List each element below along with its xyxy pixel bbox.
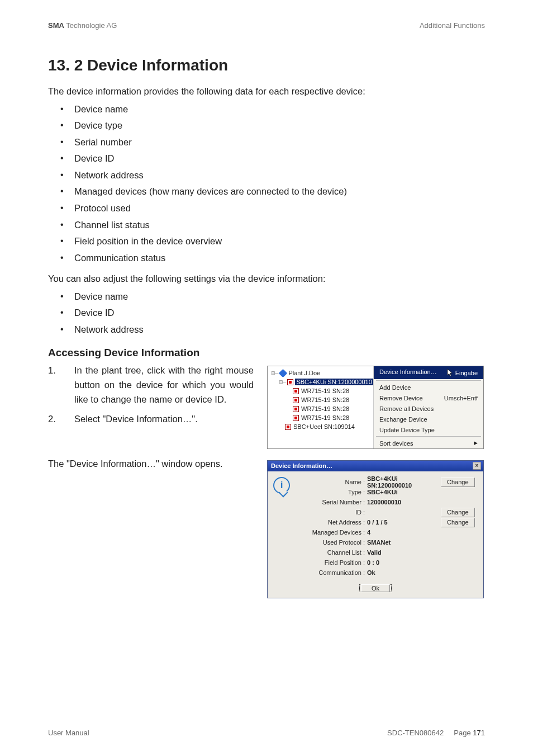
list-item: Serial number	[48, 135, 485, 150]
change-netaddr-button[interactable]: Change	[441, 518, 475, 527]
subheading: Accessing Device Information	[48, 347, 485, 359]
cursor-icon	[447, 368, 453, 377]
dlg-label: Communication :	[294, 569, 367, 576]
step-item: Select "Device Information…".	[48, 412, 254, 427]
dlg-value: SBC+4KUi	[367, 489, 441, 495]
list-item: Managed devices (how many devices are co…	[48, 185, 485, 199]
list-item: Device name	[48, 102, 485, 117]
ok-button[interactable]: Ok	[359, 584, 392, 592]
menu-separator	[376, 436, 481, 437]
tree-child[interactable]: WR715-19 SN:28	[301, 396, 349, 403]
dlg-label: Used Protocol :	[294, 539, 367, 546]
steps-list: In the plant tree, click with the right …	[48, 363, 254, 426]
change-id-button[interactable]: Change	[441, 508, 475, 517]
figure-tree-contextmenu: ⊟─Plant J.Doe ⊟─SBC+4KUi SN:1200000010 W…	[267, 366, 484, 449]
menu-item-update-type[interactable]: Update Device Type	[374, 424, 483, 435]
menu-label: Sort devices	[379, 440, 413, 447]
plant-icon	[279, 370, 287, 377]
menu-item-add-device[interactable]: Add Device	[374, 382, 483, 393]
intro-text: The device information provides the foll…	[48, 84, 485, 99]
dlg-label: ID :	[294, 509, 367, 516]
menu-item-sort[interactable]: Sort devices▶	[374, 438, 483, 448]
menu-item-remove-device[interactable]: Remove DeviceUmsch+Entf	[374, 393, 483, 403]
header-right: Additional Functions	[420, 21, 485, 30]
device-icon	[292, 396, 299, 404]
tree-root: Plant J.Doe	[288, 370, 320, 376]
menu-shortcut: Umsch+Entf	[444, 395, 478, 401]
menu-label: Device Information…	[379, 368, 437, 377]
dlg-label: Field Position :	[294, 559, 367, 566]
device-icon	[287, 379, 293, 386]
menu-label: Add Device	[379, 384, 411, 391]
list-item: Device type	[48, 119, 485, 133]
list-item: Field position in the device overview	[48, 234, 485, 249]
dlg-value: SMANet	[367, 539, 441, 546]
device-icon	[292, 405, 299, 413]
dialog-title: Device Information…	[271, 462, 332, 469]
close-button[interactable]: ×	[473, 462, 481, 470]
list-item: Device name	[48, 290, 485, 304]
footer-page-number: 171	[473, 729, 485, 737]
page-title: 13. 2 Device Information	[48, 56, 485, 74]
result-text: The "Device Information…" window opens.	[48, 457, 254, 471]
dlg-label: Channel List :	[294, 549, 367, 556]
list-item: Channel list status	[48, 218, 485, 233]
tree-child[interactable]: WR715-19 SN:28	[301, 414, 349, 421]
context-menu: Device Information… Eingabe Add Device R…	[374, 366, 483, 448]
info-icon: i	[273, 477, 290, 494]
menu-label: Remove all Devices	[379, 405, 434, 412]
figure-device-info-dialog: Device Information… × i Name :SBC+4KUi S…	[267, 460, 484, 598]
footer-left: User Manual	[48, 729, 89, 737]
dlg-label: Type :	[294, 489, 367, 495]
dlg-value: Ok	[367, 569, 441, 576]
menu-item-device-info[interactable]: Device Information… Eingabe	[374, 366, 483, 379]
list-item: Device ID	[48, 306, 485, 320]
footer-page-label: Page	[454, 729, 473, 737]
tree-selected[interactable]: SBC+4KUi SN:1200000010	[295, 379, 373, 385]
plant-tree[interactable]: ⊟─Plant J.Doe ⊟─SBC+4KUi SN:1200000010 W…	[268, 366, 374, 448]
dlg-value: 4	[367, 529, 441, 536]
list-item: Protocol used	[48, 201, 485, 216]
tree-sibling[interactable]: SBC+Ueel SN:109014	[293, 423, 355, 430]
dlg-label: Net Address :	[294, 519, 367, 526]
dlg-value: SBC+4KUi SN:1200000010	[367, 475, 441, 489]
brand-rest: Technologie AG	[64, 21, 117, 30]
dialog-titlebar: Device Information… ×	[268, 461, 483, 471]
device-icon	[292, 388, 299, 395]
dlg-value: Valid	[367, 549, 441, 556]
menu-separator	[376, 380, 481, 381]
tree-child[interactable]: WR715-19 SN:28	[301, 388, 349, 394]
dlg-label: Managed Devices :	[294, 529, 367, 536]
menu-shortcut: Eingabe	[455, 370, 478, 376]
dlg-value: 0 : 0	[367, 559, 441, 566]
list-item: Device ID	[48, 152, 485, 166]
device-icon	[292, 414, 299, 422]
page-footer: User Manual SDC-TEN080642 Page 171	[48, 729, 485, 737]
tree-child[interactable]: WR715-19 SN:28	[301, 405, 349, 412]
footer-docid: SDC-TEN080642	[387, 729, 444, 737]
submenu-arrow-icon: ▶	[474, 440, 478, 447]
adjust-intro: You can also adjust the following settin…	[48, 272, 485, 286]
dlg-label: Name :	[294, 479, 367, 485]
dlg-value: 1200000010	[367, 499, 441, 505]
list-item: Communication status	[48, 251, 485, 266]
adjust-list: Device name Device ID Network address	[48, 290, 485, 337]
step-item: In the plant tree, click with the right …	[48, 363, 254, 407]
brand-bold: SMA	[48, 21, 64, 30]
info-list: Device name Device type Serial number De…	[48, 102, 485, 266]
menu-label: Remove Device	[379, 395, 423, 401]
menu-label: Exchange Device	[379, 416, 427, 423]
menu-item-exchange[interactable]: Exchange Device	[374, 414, 483, 424]
dlg-label: Serial Number :	[294, 499, 367, 505]
list-item: Network address	[48, 323, 485, 337]
dlg-value: 0 / 1 / 5	[367, 519, 441, 526]
page-header: SMA Technologie AG Additional Functions	[48, 21, 485, 30]
device-icon	[284, 423, 292, 431]
list-item: Network address	[48, 168, 485, 183]
menu-label: Update Device Type	[379, 427, 435, 433]
change-name-button[interactable]: Change	[441, 478, 475, 487]
menu-item-remove-all[interactable]: Remove all Devices	[374, 403, 483, 414]
